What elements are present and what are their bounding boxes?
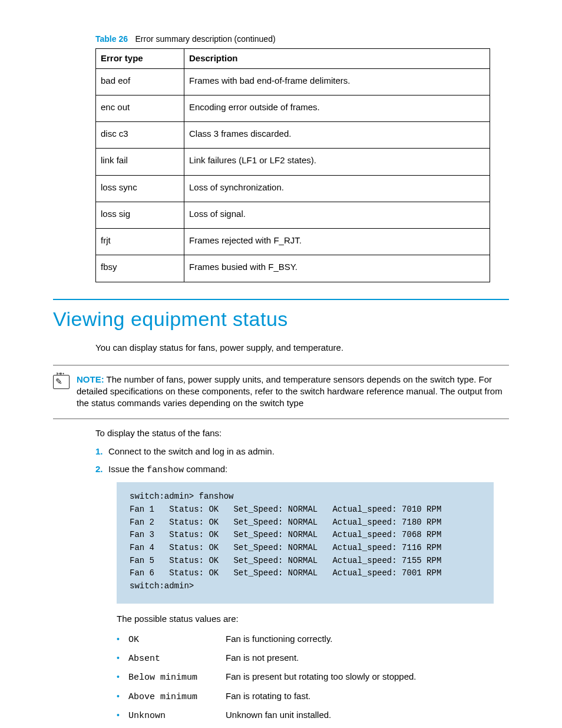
table-row: enc outEncoding error outside of frames.	[96, 95, 490, 121]
cell-error-type: disc c3	[96, 122, 184, 149]
section-intro: You can display status for fans, power s…	[95, 342, 509, 354]
cell-description: Frames busied with F_BSY.	[184, 255, 490, 282]
cell-description: Loss of synchronization.	[184, 175, 490, 202]
status-code: Absent	[128, 653, 226, 665]
steps-intro: To display the status of the fans:	[95, 427, 509, 439]
cell-description: Frames with bad end-of-frame delimiters.	[184, 68, 490, 95]
bullet-icon: •	[117, 671, 128, 683]
note-text: The number of fans, power supply units, …	[77, 374, 503, 409]
step-text: Connect to the switch and log in as admi…	[108, 446, 275, 457]
note-label: NOTE:	[77, 374, 104, 384]
cell-error-type: link fail	[96, 149, 184, 175]
table-row: frjtFrames rejected with F_RJT.	[96, 229, 490, 255]
step-command: fanshow	[147, 465, 184, 475]
step-text-after: command:	[184, 464, 227, 474]
table-row: bad eofFrames with bad end-of-frame deli…	[96, 68, 490, 95]
step-number: 1.	[95, 446, 108, 457]
table-row: loss sigLoss of signal.	[96, 202, 490, 228]
col-header-error-type: Error type	[96, 49, 184, 68]
status-values-list: •OKFan is functioning correctly. •Absent…	[117, 633, 509, 728]
cell-error-type: loss sig	[96, 202, 184, 228]
bullet-icon: •	[117, 653, 128, 664]
section-divider	[53, 299, 509, 300]
table-caption-text: Error summary description (continued)	[135, 34, 276, 44]
cell-error-type: fbsy	[96, 255, 184, 282]
steps-list: 1. Connect to the switch and log in as a…	[95, 446, 509, 477]
status-intro: The possible status values are:	[117, 613, 509, 625]
status-desc: Unknown fan unit installed.	[226, 709, 509, 721]
note-divider-bottom	[53, 419, 509, 419]
note-icon	[53, 375, 70, 389]
table-row: loss syncLoss of synchronization.	[96, 175, 490, 202]
list-item: •Below minimumFan is present but rotatin…	[117, 671, 509, 684]
status-desc: Fan is not present.	[226, 652, 509, 664]
cell-description: Frames rejected with F_RJT.	[184, 229, 490, 255]
cell-error-type: enc out	[96, 95, 184, 121]
terminal-output: switch:admin> fanshow Fan 1 Status: OK S…	[117, 482, 494, 604]
bullet-icon: •	[117, 634, 128, 645]
status-code: Above minimum	[128, 691, 226, 703]
cell-error-type: loss sync	[96, 175, 184, 202]
cell-error-type: bad eof	[96, 68, 184, 95]
list-item: •OKFan is functioning correctly.	[117, 633, 509, 646]
step-item: 1. Connect to the switch and log in as a…	[95, 446, 509, 457]
cell-description: Loss of signal.	[184, 202, 490, 228]
list-item: •Above minimumFan is rotating to fast.	[117, 690, 509, 703]
step-text-before: Issue the	[108, 464, 147, 474]
bullet-icon: •	[117, 691, 128, 702]
list-item: •AbsentFan is not present.	[117, 652, 509, 665]
step-item: 2. Issue the fanshow command:	[95, 463, 509, 476]
list-item: •UnknownUnknown fan unit installed.	[117, 709, 509, 722]
note-block: NOTE: The number of fans, power supply u…	[53, 374, 509, 410]
step-number: 2.	[95, 463, 108, 476]
status-code: Below minimum	[128, 672, 226, 684]
note-body: NOTE: The number of fans, power supply u…	[77, 374, 509, 410]
cell-description: Encoding error outside of frames.	[184, 95, 490, 121]
error-summary-table: Error type Description bad eofFrames wit…	[95, 48, 490, 282]
bullet-icon: •	[117, 710, 128, 721]
table-number: Table 26	[95, 34, 128, 44]
table-caption: Table 26 Error summary description (cont…	[95, 33, 509, 45]
status-code: Unknown	[128, 710, 226, 722]
cell-description: Class 3 frames discarded.	[184, 122, 490, 149]
section-heading: Viewing equipment status	[53, 306, 509, 333]
cell-error-type: frjt	[96, 229, 184, 255]
step-text: Issue the fanshow command:	[108, 463, 227, 476]
table-row: disc c3Class 3 frames discarded.	[96, 122, 490, 149]
cell-description: Link failures (LF1 or LF2 states).	[184, 149, 490, 175]
status-code: OK	[128, 634, 226, 646]
note-divider-top	[53, 365, 509, 365]
table-row: fbsyFrames busied with F_BSY.	[96, 255, 490, 282]
status-desc: Fan is rotating to fast.	[226, 690, 509, 702]
status-desc: Fan is functioning correctly.	[226, 633, 509, 645]
col-header-description: Description	[184, 49, 490, 68]
status-desc: Fan is present but rotating too slowly o…	[226, 671, 509, 683]
table-row: link failLink failures (LF1 or LF2 state…	[96, 149, 490, 175]
